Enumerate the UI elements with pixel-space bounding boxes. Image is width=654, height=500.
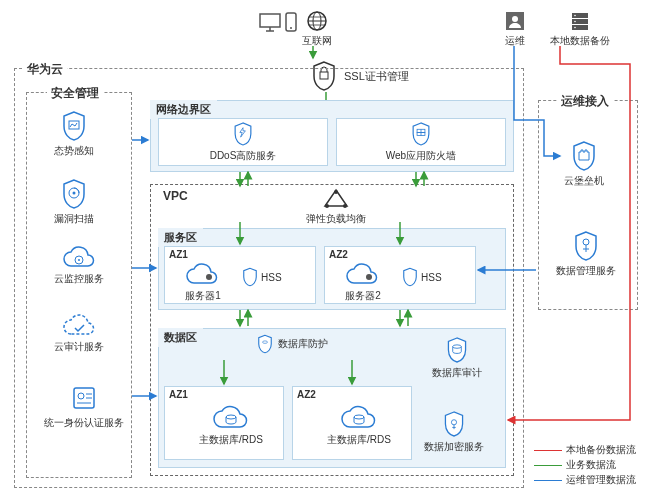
security-item-3: 云审计服务	[54, 314, 104, 354]
backup-label: 本地数据备份	[550, 34, 610, 48]
rds2-icon	[339, 405, 379, 431]
svg-point-36	[206, 274, 212, 280]
mobile-icon	[285, 12, 297, 32]
security-item-1: 漏洞扫描	[54, 178, 94, 226]
huawei-cloud-title: 华为云	[23, 61, 67, 78]
legend: 本地备份数据流 业务数据流 运维管理数据流	[534, 442, 636, 488]
backup-node: 本地数据备份	[550, 10, 610, 48]
service-zone-title: 服务区	[158, 228, 203, 247]
server1-icon	[183, 263, 223, 287]
legend-line-backup	[534, 450, 562, 451]
ops-label: 运维	[505, 34, 525, 48]
globe-icon	[306, 10, 328, 32]
data-az1: AZ1 主数据库/RDS	[164, 386, 284, 460]
db-audit-node: 数据库审计	[432, 336, 482, 380]
desktop-icon	[258, 12, 282, 32]
svg-point-17	[574, 27, 576, 29]
dbss-node: 数据库防护	[256, 334, 328, 354]
hss-icon	[241, 267, 259, 287]
ops-access-box: 运维接入	[538, 100, 638, 310]
dbss-icon	[256, 334, 274, 354]
bastion-node: 云堡垒机	[564, 140, 604, 188]
ops-node: 运维	[504, 10, 526, 48]
service-az2: AZ2 服务器2 HSS	[324, 246, 476, 304]
audit-cloud-icon	[61, 314, 97, 338]
elb-node: 弹性负载均衡	[306, 188, 366, 226]
bastion-icon	[570, 140, 598, 172]
ddos-box: DDoS高防服务	[158, 118, 328, 166]
svg-point-15	[574, 15, 576, 17]
internet-node: 互联网	[302, 10, 332, 48]
das-icon	[572, 230, 600, 262]
svg-point-16	[574, 21, 576, 23]
security-title: 安全管理	[47, 85, 103, 102]
architecture-diagram: 互联网 运维 本地数据备份 SSL证书管理 华为云 安全管理 态势感知 漏洞扫描…	[0, 0, 654, 500]
ddos-icon	[232, 121, 254, 147]
iam-icon	[70, 382, 98, 414]
encrypt-node: 数据加密服务	[424, 410, 484, 454]
rds1-icon	[211, 405, 251, 431]
svg-point-33	[334, 190, 338, 194]
svg-rect-0	[260, 14, 280, 27]
awareness-icon	[60, 110, 88, 142]
svg-point-35	[343, 204, 347, 208]
security-item-4: 统一身份认证服务	[44, 382, 124, 430]
svg-point-37	[366, 274, 372, 280]
data-az2: AZ2 主数据库/RDS	[292, 386, 412, 460]
svg-point-11	[512, 16, 518, 22]
security-item-0: 态势感知	[54, 110, 94, 158]
das-node: 数据管理服务	[556, 230, 616, 278]
svg-point-21	[73, 192, 76, 195]
db-audit-icon	[445, 336, 469, 364]
user-icon	[504, 10, 526, 32]
scan-icon	[60, 178, 88, 210]
internet-label: 互联网	[302, 34, 332, 48]
legend-line-biz	[534, 465, 562, 466]
monitor-cloud-icon	[61, 246, 97, 270]
elb-icon	[323, 188, 349, 210]
ops-access-title: 运维接入	[557, 93, 613, 110]
waf-box: Web应用防火墙	[336, 118, 506, 166]
legend-line-ops	[534, 480, 562, 481]
svg-point-34	[325, 204, 329, 208]
svg-point-4	[290, 27, 292, 29]
service-az1: AZ1 服务器1 HSS	[164, 246, 316, 304]
edge-zone-title: 网络边界区	[150, 100, 217, 119]
security-item-2: 云监控服务	[54, 246, 104, 286]
svg-point-23	[78, 259, 80, 261]
encrypt-icon	[442, 410, 466, 438]
hss-icon-2	[401, 267, 419, 287]
data-zone-title: 数据区	[158, 328, 203, 347]
server-icon	[569, 10, 591, 32]
waf-icon	[410, 121, 432, 147]
server2-icon	[343, 263, 383, 287]
vpc-title: VPC	[159, 189, 192, 203]
